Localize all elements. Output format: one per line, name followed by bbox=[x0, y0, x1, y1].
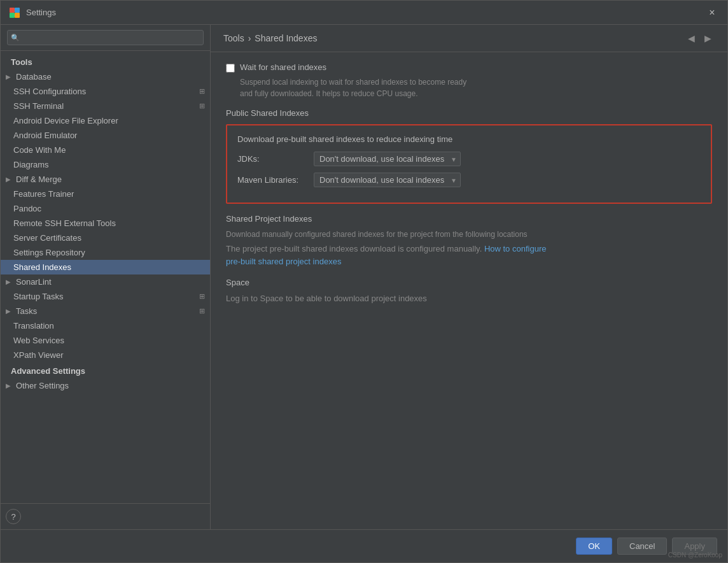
sidebar-item-label: Android Emulator bbox=[13, 131, 205, 140]
wait-indexes-desc: Suspend local indexing to wait for share… bbox=[240, 76, 712, 99]
maven-row: Maven Libraries: Don't download, use loc… bbox=[237, 173, 701, 187]
svg-rect-1 bbox=[15, 8, 20, 13]
sidebar-item-label: Android Device File Explorer bbox=[13, 116, 205, 125]
jdk-label: JDKs: bbox=[237, 154, 314, 164]
jdks-row: JDKs: Don't download, use local indexes … bbox=[237, 152, 701, 166]
sidebar-item-label: Server Certificates bbox=[13, 233, 205, 243]
content-area: Tools › Shared Indexes ◀ ▶ Wait for shar… bbox=[211, 25, 727, 529]
svg-rect-2 bbox=[10, 13, 15, 18]
sidebar-item-web-services[interactable]: Web Services bbox=[1, 333, 210, 348]
breadcrumb-parent: Tools bbox=[223, 33, 244, 43]
sidebar-item-label: Shared Indexes bbox=[13, 262, 205, 272]
sidebar-item-label: Translation bbox=[13, 321, 205, 331]
sidebar-item-xpath-viewer[interactable]: XPath Viewer bbox=[1, 348, 210, 362]
sidebar-item-remote-ssh[interactable]: Remote SSH External Tools bbox=[1, 216, 210, 231]
arrow-icon: ▶ bbox=[6, 278, 13, 285]
sidebar-item-label: XPath Viewer bbox=[13, 350, 205, 360]
tools-section-label: Tools bbox=[1, 53, 210, 69]
settings-icon: ⊞ bbox=[199, 87, 205, 96]
search-wrap: 🔍 bbox=[7, 30, 204, 45]
search-box: 🔍 bbox=[1, 25, 210, 51]
sidebar-item-shared-indexes[interactable]: Shared Indexes bbox=[1, 260, 210, 274]
shared-project-desc: Download manually configured shared inde… bbox=[226, 230, 712, 239]
sidebar-item-label: SSH Terminal bbox=[13, 101, 199, 111]
svg-rect-3 bbox=[15, 13, 20, 18]
content-header: Tools › Shared Indexes ◀ ▶ bbox=[211, 25, 727, 52]
window-title: Settings bbox=[26, 8, 704, 17]
sidebar-item-sonarlint[interactable]: ▶ SonarLint bbox=[1, 274, 210, 289]
sidebar-item-android-emulator[interactable]: Android Emulator bbox=[1, 128, 210, 143]
sidebar-item-ssh-configurations[interactable]: SSH Configurations ⊞ bbox=[1, 84, 210, 99]
public-indexes-title: Public Shared Indexes bbox=[226, 108, 712, 118]
sidebar-item-diff-merge[interactable]: ▶ Diff & Merge bbox=[1, 172, 210, 187]
space-title: Space bbox=[226, 278, 712, 287]
nav-arrows: ◀ ▶ bbox=[684, 31, 715, 45]
jdk-select[interactable]: Don't download, use local indexes Always… bbox=[314, 152, 461, 166]
public-indexes-box: Download pre-built shared indexes to red… bbox=[226, 124, 712, 204]
sidebar-item-label: Startup Tasks bbox=[13, 292, 199, 301]
space-section: Space Log in to Space to be able to down… bbox=[226, 278, 712, 303]
sidebar-item-other-settings[interactable]: ▶ Other Settings bbox=[1, 378, 210, 393]
shared-project-section: Shared Project Indexes Download manually… bbox=[226, 214, 712, 267]
breadcrumb: Tools › Shared Indexes bbox=[223, 33, 317, 43]
arrow-icon: ▶ bbox=[6, 73, 13, 80]
bottom-bar: OK Cancel Apply bbox=[1, 529, 727, 562]
sidebar-item-pandoc[interactable]: Pandoc bbox=[1, 201, 210, 216]
sidebar-item-label: Pandoc bbox=[13, 204, 205, 213]
sidebar-item-label: SSH Configurations bbox=[13, 87, 199, 96]
ok-button[interactable]: OK bbox=[576, 538, 612, 555]
main-content: 🔍 Tools ▶ Database SSH Configurations ⊞ bbox=[1, 25, 727, 529]
settings-icon: ⊞ bbox=[199, 307, 205, 315]
sidebar-item-label: Other Settings bbox=[16, 381, 205, 390]
sidebar-bottom: ? bbox=[1, 503, 210, 529]
public-indexes-desc: Download pre-built shared indexes to red… bbox=[237, 134, 701, 144]
cancel-button[interactable]: Cancel bbox=[617, 538, 667, 555]
sidebar-item-diagrams[interactable]: Diagrams bbox=[1, 157, 210, 172]
help-button[interactable]: ? bbox=[6, 509, 21, 524]
wait-indexes-label: Wait for shared indexes bbox=[240, 62, 326, 72]
app-icon bbox=[8, 6, 21, 19]
sidebar-item-tasks[interactable]: ▶ Tasks ⊞ bbox=[1, 304, 210, 318]
sidebar-item-translation[interactable]: Translation bbox=[1, 318, 210, 333]
sidebar-item-features-trainer[interactable]: Features Trainer bbox=[1, 187, 210, 201]
titlebar: Settings × bbox=[1, 1, 727, 25]
sidebar-item-label: Tasks bbox=[16, 306, 199, 316]
sidebar-item-server-certificates[interactable]: Server Certificates bbox=[1, 231, 210, 245]
content-scroll: Wait for shared indexes Suspend local in… bbox=[211, 52, 727, 529]
settings-icon: ⊞ bbox=[199, 292, 205, 301]
wait-indexes-checkbox[interactable] bbox=[226, 64, 235, 73]
sidebar-item-code-with-me[interactable]: Code With Me bbox=[1, 143, 210, 157]
watermark: CSDN @ZeroKoop bbox=[668, 552, 722, 559]
sidebar-item-label: Features Trainer bbox=[13, 189, 205, 199]
back-button[interactable]: ◀ bbox=[684, 31, 698, 45]
close-button[interactable]: × bbox=[704, 5, 720, 20]
advanced-settings-label: Advanced Settings bbox=[1, 362, 210, 378]
sidebar-item-startup-tasks[interactable]: Startup Tasks ⊞ bbox=[1, 289, 210, 304]
sidebar-item-ssh-terminal[interactable]: SSH Terminal ⊞ bbox=[1, 99, 210, 113]
shared-project-note: The project pre-built shared indexes dow… bbox=[226, 244, 482, 253]
maven-label: Maven Libraries: bbox=[237, 175, 314, 185]
maven-select-wrap: Don't download, use local indexes Always… bbox=[314, 173, 461, 187]
sidebar-item-label: SonarLint bbox=[16, 277, 205, 287]
sidebar-item-label: Code With Me bbox=[13, 145, 205, 155]
settings-window: Settings × 🔍 Tools ▶ Database SSH bbox=[0, 0, 728, 563]
sidebar-item-label: Diagrams bbox=[13, 160, 205, 169]
sidebar-item-label: Web Services bbox=[13, 336, 205, 345]
maven-select[interactable]: Don't download, use local indexes Always… bbox=[314, 173, 461, 187]
jdk-select-wrap: Don't download, use local indexes Always… bbox=[314, 152, 461, 166]
arrow-icon: ▶ bbox=[6, 308, 13, 315]
sidebar: 🔍 Tools ▶ Database SSH Configurations ⊞ bbox=[1, 25, 211, 529]
sidebar-item-android-device[interactable]: Android Device File Explorer bbox=[1, 113, 210, 128]
search-input[interactable] bbox=[7, 30, 204, 45]
sidebar-item-database[interactable]: ▶ Database bbox=[1, 69, 210, 84]
forward-button[interactable]: ▶ bbox=[701, 31, 715, 45]
sidebar-item-settings-repository[interactable]: Settings Repository bbox=[1, 245, 210, 260]
space-desc: Log in to Space to be able to download p… bbox=[226, 294, 712, 303]
sidebar-item-label: Database bbox=[16, 72, 205, 82]
sidebar-item-label: Settings Repository bbox=[13, 248, 205, 257]
arrow-icon: ▶ bbox=[6, 382, 13, 389]
breadcrumb-current: Shared Indexes bbox=[255, 33, 317, 43]
wait-indexes-row: Wait for shared indexes bbox=[226, 62, 712, 73]
breadcrumb-separator: › bbox=[248, 33, 251, 43]
shared-project-title: Shared Project Indexes bbox=[226, 214, 712, 224]
